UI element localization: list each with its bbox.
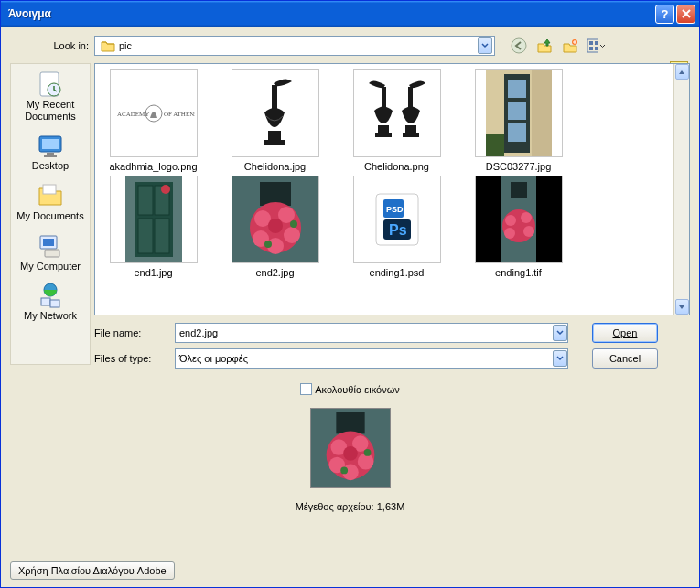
place-mynetwork[interactable]: My Network [12, 281, 89, 322]
svg-text:Ps: Ps [389, 222, 407, 238]
svg-rect-41 [138, 186, 153, 215]
up-button[interactable] [535, 37, 554, 55]
place-recent[interactable]: My Recent Documents [12, 69, 89, 122]
svg-rect-3 [589, 41, 593, 45]
svg-point-0 [512, 38, 526, 53]
lookin-value: pic [119, 40, 478, 51]
place-mycomputer[interactable]: My Computer [12, 231, 89, 273]
svg-rect-18 [41, 298, 50, 305]
svg-point-79 [340, 467, 348, 475]
file-item[interactable]: end2.jpg [222, 176, 328, 278]
thumbnail: ACADEMYOF ATHENS [110, 69, 198, 157]
svg-point-56 [290, 220, 297, 228]
thumbnail [353, 69, 441, 157]
svg-point-80 [363, 449, 371, 456]
svg-rect-36 [508, 123, 526, 142]
svg-point-75 [357, 454, 373, 470]
close-button[interactable] [676, 5, 695, 24]
svg-rect-44 [155, 219, 169, 253]
svg-rect-35 [508, 102, 526, 120]
svg-text:ACADEMY: ACADEMY [117, 111, 149, 118]
preview-thumbnail [310, 408, 391, 488]
adobe-dialog-button[interactable]: Χρήση Πλαισίου Διαλόγου Adobe [10, 561, 175, 580]
svg-rect-11 [47, 153, 54, 155]
svg-rect-16 [45, 250, 59, 257]
svg-point-68 [523, 226, 534, 237]
svg-point-66 [505, 215, 516, 226]
svg-rect-38 [532, 70, 552, 156]
window-title: Άνοιγμα [5, 7, 653, 20]
svg-rect-71 [336, 412, 364, 433]
back-button[interactable] [510, 37, 528, 55]
svg-text:PSD: PSD [386, 205, 404, 214]
thumbnail [475, 176, 563, 263]
thumbnail [110, 176, 198, 263]
svg-rect-25 [264, 140, 285, 145]
places-bar: My Recent Documents Desktop My Documents… [10, 63, 91, 365]
svg-rect-28 [375, 133, 392, 137]
thumbnail: PSDPs [353, 176, 441, 263]
file-item[interactable]: Chelidona.jpg [222, 69, 328, 172]
svg-rect-6 [595, 47, 598, 50]
svg-point-51 [284, 227, 300, 243]
scrollbar[interactable] [673, 64, 689, 315]
cancel-button[interactable]: Cancel [592, 348, 658, 369]
svg-text:OF ATHENS: OF ATHENS [164, 111, 195, 118]
thumbnail [475, 69, 563, 157]
svg-rect-4 [595, 41, 598, 45]
file-item[interactable]: ACADEMYOF ATHENS akadhmia_logo.png [101, 69, 206, 172]
svg-point-50 [278, 207, 295, 223]
svg-point-55 [264, 241, 272, 248]
svg-point-67 [521, 212, 532, 223]
lookin-label: Look in: [10, 40, 94, 51]
svg-rect-37 [486, 134, 504, 156]
chevron-down-icon[interactable] [553, 325, 567, 341]
sequence-label: Ακολουθία εικόνων [315, 384, 399, 395]
folder-icon [101, 39, 115, 52]
svg-rect-30 [405, 125, 416, 133]
svg-point-78 [343, 446, 358, 461]
svg-rect-12 [44, 155, 57, 157]
file-item[interactable]: Chelidona.png [344, 69, 449, 172]
filename-label: File name: [94, 327, 175, 338]
file-listview[interactable]: ACADEMYOF ATHENS akadhmia_logo.png Cheli… [94, 63, 690, 315]
filetype-label: Files of type: [94, 353, 175, 364]
chevron-down-icon[interactable] [553, 350, 567, 367]
file-item[interactable]: DSC03277.jpg [466, 69, 571, 172]
svg-rect-24 [268, 131, 281, 140]
svg-rect-5 [589, 47, 593, 50]
svg-rect-31 [403, 133, 419, 137]
svg-rect-10 [42, 139, 59, 149]
svg-rect-43 [138, 219, 153, 253]
help-button[interactable]: ? [655, 5, 674, 24]
svg-rect-13 [43, 185, 56, 194]
scroll-up-icon[interactable] [675, 64, 689, 80]
filesize-text: Μέγεθος αρχείου: 1,63M [10, 501, 690, 512]
file-item[interactable]: PSDPs ending1.psd [344, 176, 449, 278]
svg-rect-19 [50, 300, 59, 307]
scroll-down-icon[interactable] [675, 299, 689, 315]
place-mydocs[interactable]: My Documents [12, 181, 89, 222]
file-item[interactable]: ending1.tif [466, 176, 571, 278]
filetype-combo[interactable]: Όλες οι μορφές [175, 348, 568, 369]
svg-point-45 [161, 185, 170, 194]
place-desktop[interactable]: Desktop [12, 131, 89, 172]
titlebar: Άνοιγμα ? [1, 1, 699, 27]
file-item[interactable]: end1.jpg [101, 176, 206, 278]
open-button[interactable]: Open [592, 323, 658, 343]
svg-rect-64 [511, 182, 527, 198]
new-folder-button[interactable] [561, 37, 579, 55]
sequence-checkbox[interactable] [300, 383, 312, 395]
chevron-down-icon [599, 44, 605, 48]
svg-rect-27 [378, 125, 389, 133]
chevron-down-icon[interactable] [478, 37, 492, 54]
svg-point-69 [504, 228, 515, 239]
svg-rect-34 [508, 80, 526, 98]
view-menu-button[interactable] [587, 37, 605, 55]
filename-input[interactable]: end2.jpg [175, 323, 568, 343]
svg-rect-15 [43, 239, 54, 246]
thumbnail [232, 69, 319, 157]
lookin-combo[interactable]: pic [94, 36, 495, 56]
svg-point-54 [268, 219, 283, 233]
thumbnail [232, 176, 319, 263]
